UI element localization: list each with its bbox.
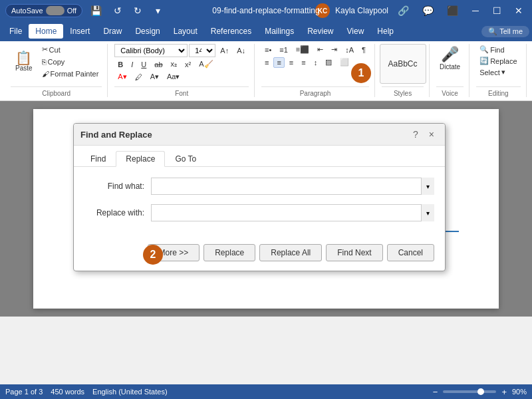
replace-with-input-wrap: ▾ (151, 204, 434, 221)
replace-btn[interactable]: Replace (203, 244, 255, 261)
dialog-title-bar: Find and Replace ? × (74, 124, 445, 146)
dialog-body: Find what: ▾ Replace with: ▾ (74, 167, 445, 239)
dialog-tabs: Find Replace Go To (74, 146, 445, 167)
find-replace-dialog: Find and Replace ? × Find Replace Go To … (73, 123, 446, 271)
replace-all-button[interactable]: Replace All (259, 244, 322, 261)
replace-with-label: Replace with: (84, 208, 151, 217)
tab-replace[interactable]: Replace (116, 151, 165, 167)
replace-with-row: Replace with: ▾ (84, 204, 434, 221)
tab-goto[interactable]: Go To (165, 151, 206, 166)
cancel-button[interactable]: Cancel (387, 244, 434, 261)
find-what-row: Find what: ▾ (84, 178, 434, 195)
dialog-title: Find and Replace (80, 130, 152, 140)
find-what-input[interactable] (151, 178, 434, 195)
more-callout: 2 (143, 245, 163, 265)
dialog-buttons: More >> Replace Replace All Find Next Ca… (74, 239, 445, 271)
styles-callout: 1 (351, 63, 371, 83)
dialog-help-button[interactable]: ? (409, 128, 422, 141)
replace-with-dropdown[interactable]: ▾ (421, 204, 434, 221)
find-what-dropdown[interactable]: ▾ (421, 178, 434, 195)
dialog-close-button[interactable]: × (425, 128, 438, 141)
find-next-button[interactable]: Find Next (326, 244, 382, 261)
replace-with-input[interactable] (151, 204, 434, 221)
find-what-label: Find what: (84, 182, 151, 191)
tab-find[interactable]: Find (80, 151, 116, 166)
find-what-input-wrap: ▾ (151, 178, 434, 195)
dialog-title-icons: ? × (409, 128, 438, 141)
dialog-overlay: Find and Replace ? × Find Replace Go To … (0, 0, 532, 399)
